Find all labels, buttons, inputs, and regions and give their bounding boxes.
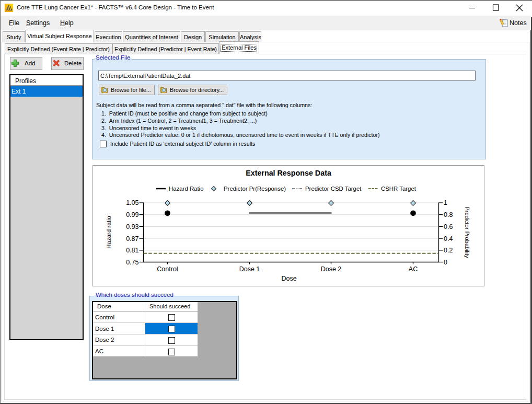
svg-text:0.99: 0.99 — [126, 211, 138, 218]
svg-text:0.8: 0.8 — [444, 211, 453, 218]
svg-text:AC: AC — [409, 266, 418, 273]
svg-text:0.75: 0.75 — [126, 259, 138, 266]
svg-text:Dose 2: Dose 2 — [321, 266, 342, 273]
svg-text:0: 0 — [444, 259, 447, 266]
svg-text:CSHR Target: CSHR Target — [381, 186, 417, 192]
svg-text:0.87: 0.87 — [126, 235, 138, 243]
svg-text:0.2: 0.2 — [444, 247, 453, 254]
svg-text:Predictor Pr(Response): Predictor Pr(Response) — [224, 186, 286, 192]
svg-text:Predictor Probability: Predictor Probability — [464, 206, 470, 258]
svg-text:0.81: 0.81 — [126, 247, 138, 254]
svg-text:External Response Data: External Response Data — [246, 169, 332, 177]
svg-text:Dose: Dose — [281, 275, 296, 282]
svg-text:1: 1 — [444, 199, 447, 206]
svg-text:Dose 1: Dose 1 — [239, 266, 260, 273]
svg-text:Hazard Ratio: Hazard Ratio — [169, 186, 203, 192]
svg-text:0.4: 0.4 — [444, 235, 453, 243]
svg-text:1.05: 1.05 — [126, 199, 138, 206]
svg-text:0.93: 0.93 — [126, 223, 138, 230]
svg-text:Predictor CSD Target: Predictor CSD Target — [305, 186, 362, 192]
svg-text:0.6: 0.6 — [444, 223, 453, 230]
svg-text:Hazard ratio: Hazard ratio — [106, 216, 112, 249]
svg-text:Control: Control — [157, 266, 178, 273]
